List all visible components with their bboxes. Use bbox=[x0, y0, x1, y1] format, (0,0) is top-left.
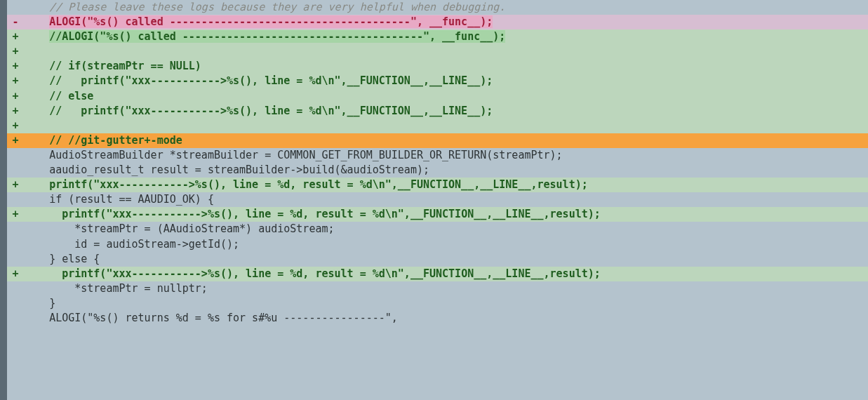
diff-line[interactable]: + printf("xxx----------->%s(), line = %d… bbox=[7, 207, 868, 222]
indent bbox=[24, 60, 49, 72]
indent bbox=[24, 74, 49, 87]
diff-line[interactable]: + //ALOGI("%s() called -----------------… bbox=[7, 29, 868, 44]
code-cell: *streamPtr = nullptr; bbox=[24, 281, 868, 296]
code-text: // //git-gutter+-mode bbox=[49, 134, 182, 147]
diff-line[interactable]: // Please leave these logs because they … bbox=[7, 0, 868, 15]
code-cell: // if(streamPtr == NULL) bbox=[24, 59, 868, 74]
indent bbox=[24, 1, 49, 13]
diff-line[interactable]: + // else bbox=[7, 89, 868, 104]
gutter-cell: + bbox=[7, 74, 24, 88]
code-cell: *streamPtr = (AAudioStream*) audioStream… bbox=[24, 222, 868, 236]
gutter-cell bbox=[7, 148, 24, 163]
indent bbox=[24, 149, 49, 161]
indent bbox=[24, 164, 49, 176]
code-cell: // Please leave these logs because they … bbox=[24, 0, 868, 15]
diff-line[interactable]: + printf("xxx----------->%s(), line = %d… bbox=[7, 178, 868, 192]
code-cell: ALOGI("%s() called ---------------------… bbox=[24, 15, 868, 29]
code-text: // printf("xxx----------->%s(), line = %… bbox=[49, 105, 493, 117]
code-cell: printf("xxx----------->%s(), line = %d, … bbox=[24, 178, 868, 192]
code-text: *streamPtr = nullptr; bbox=[74, 282, 208, 295]
diff-line[interactable]: - ALOGI("%s() called -------------------… bbox=[7, 15, 868, 29]
code-text: printf("xxx----------->%s(), line = %d, … bbox=[49, 178, 588, 191]
indent bbox=[24, 134, 49, 147]
indent bbox=[24, 267, 62, 280]
code-cell: } bbox=[24, 296, 868, 311]
diff-line[interactable]: + // //git-gutter+-mode bbox=[7, 133, 868, 148]
diff-line[interactable]: *streamPtr = nullptr; bbox=[7, 281, 868, 296]
gutter-cell bbox=[7, 0, 24, 15]
fringe-bar bbox=[0, 0, 7, 400]
gutter-cell bbox=[7, 252, 24, 267]
code-text: id = audioStream->getId(); bbox=[74, 238, 239, 251]
diff-line[interactable]: + // printf("xxx----------->%s(), line =… bbox=[7, 104, 868, 119]
code-cell: // else bbox=[24, 89, 868, 104]
code-text: ALOGI("%s() called ---------------------… bbox=[49, 15, 493, 28]
code-text: printf("xxx----------->%s(), line = %d, … bbox=[62, 208, 601, 220]
code-text: AudioStreamBuilder *streamBuilder = COMM… bbox=[49, 149, 563, 161]
diff-line[interactable]: + bbox=[7, 44, 868, 59]
indent bbox=[24, 312, 49, 324]
diff-line[interactable]: + // printf("xxx----------->%s(), line =… bbox=[7, 74, 868, 88]
code-text: // printf("xxx----------->%s(), line = %… bbox=[49, 74, 493, 87]
code-cell: ALOGI("%s() returns %d = %s for s#%u ---… bbox=[24, 311, 868, 326]
gutter-cell: + bbox=[7, 119, 24, 133]
code-text: } else { bbox=[49, 253, 100, 265]
code-area[interactable]: // Please leave these logs because they … bbox=[7, 0, 868, 400]
code-cell: if (result == AAUDIO_OK) { bbox=[24, 192, 868, 207]
indent bbox=[24, 193, 49, 206]
code-cell: // //git-gutter+-mode bbox=[24, 133, 868, 148]
diff-line[interactable]: AudioStreamBuilder *streamBuilder = COMM… bbox=[7, 148, 868, 163]
code-text: if (result == AAUDIO_OK) { bbox=[49, 193, 214, 206]
gutter-cell: + bbox=[7, 59, 24, 74]
diff-editor: // Please leave these logs because they … bbox=[0, 0, 868, 400]
diff-line[interactable]: + bbox=[7, 119, 868, 133]
code-cell bbox=[24, 44, 868, 59]
code-text: *streamPtr = (AAudioStream*) audioStream… bbox=[74, 222, 334, 235]
gutter-cell: + bbox=[7, 44, 24, 59]
diff-line[interactable]: id = audioStream->getId(); bbox=[7, 237, 868, 252]
code-text: //ALOGI("%s() called -------------------… bbox=[49, 30, 505, 43]
indent bbox=[24, 90, 49, 102]
code-cell: } else { bbox=[24, 252, 868, 267]
gutter-cell bbox=[7, 163, 24, 178]
indent bbox=[24, 15, 49, 28]
diff-line[interactable]: aaudio_result_t result = streamBuilder->… bbox=[7, 163, 868, 178]
code-text: // Please leave these logs because they … bbox=[49, 1, 505, 13]
diff-line[interactable]: } else { bbox=[7, 252, 868, 267]
gutter-cell bbox=[7, 222, 24, 236]
diff-line[interactable]: ALOGI("%s() returns %d = %s for s#%u ---… bbox=[7, 311, 868, 326]
gutter-cell: + bbox=[7, 207, 24, 222]
gutter-cell: + bbox=[7, 89, 24, 104]
gutter-cell: + bbox=[7, 29, 24, 44]
code-cell: // printf("xxx----------->%s(), line = %… bbox=[24, 74, 868, 88]
code-cell: printf("xxx----------->%s(), line = %d, … bbox=[24, 267, 868, 281]
code-text: // else bbox=[49, 90, 93, 102]
diff-line[interactable]: + // if(streamPtr == NULL) bbox=[7, 59, 868, 74]
code-cell: printf("xxx----------->%s(), line = %d, … bbox=[24, 207, 868, 222]
diff-line[interactable]: } bbox=[7, 296, 868, 311]
gutter-cell: + bbox=[7, 104, 24, 119]
gutter-cell bbox=[7, 192, 24, 207]
gutter-cell: + bbox=[7, 178, 24, 192]
indent bbox=[24, 30, 49, 43]
diff-line[interactable]: if (result == AAUDIO_OK) { bbox=[7, 192, 868, 207]
indent bbox=[24, 297, 49, 309]
indent bbox=[24, 253, 49, 265]
indent bbox=[24, 222, 74, 235]
indent bbox=[24, 208, 62, 220]
code-cell bbox=[24, 119, 868, 133]
gutter-cell bbox=[7, 311, 24, 326]
gutter-cell: + bbox=[7, 133, 24, 148]
code-cell: //ALOGI("%s() called -------------------… bbox=[24, 29, 868, 44]
diff-line[interactable]: *streamPtr = (AAudioStream*) audioStream… bbox=[7, 222, 868, 236]
indent bbox=[24, 105, 49, 117]
indent bbox=[24, 238, 74, 251]
gutter-cell bbox=[7, 296, 24, 311]
code-text: aaudio_result_t result = streamBuilder->… bbox=[49, 164, 429, 176]
gutter-cell bbox=[7, 281, 24, 296]
code-cell: AudioStreamBuilder *streamBuilder = COMM… bbox=[24, 148, 868, 163]
indent bbox=[24, 178, 49, 191]
gutter-cell bbox=[7, 237, 24, 252]
diff-line[interactable]: + printf("xxx----------->%s(), line = %d… bbox=[7, 267, 868, 281]
code-text: // if(streamPtr == NULL) bbox=[49, 60, 201, 72]
